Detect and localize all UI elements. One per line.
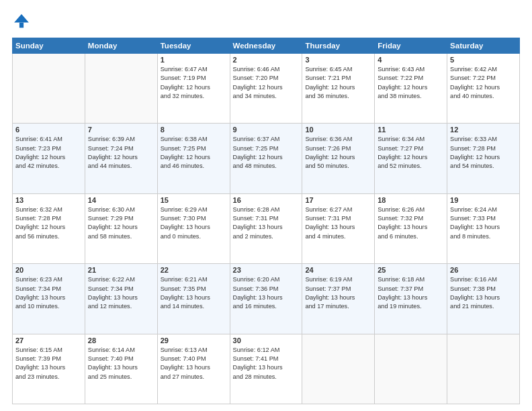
day-info: Sunrise: 6:46 AM Sunset: 7:20 PM Dayligh… (233, 65, 300, 101)
day-number: 27 (15, 336, 82, 345)
day-number: 20 (15, 266, 82, 274)
day-info: Sunrise: 6:42 AM Sunset: 7:22 PM Dayligh… (450, 65, 517, 101)
day-info: Sunrise: 6:38 AM Sunset: 7:25 PM Dayligh… (161, 135, 227, 171)
calendar-cell: 1Sunrise: 6:47 AM Sunset: 7:19 PM Daylig… (157, 54, 230, 124)
day-info: Sunrise: 6:15 AM Sunset: 7:39 PM Dayligh… (15, 346, 82, 381)
day-info: Sunrise: 6:21 AM Sunset: 7:35 PM Dayligh… (161, 275, 227, 311)
day-info: Sunrise: 6:23 AM Sunset: 7:34 PM Dayligh… (15, 275, 82, 311)
logo-icon (12, 12, 31, 31)
calendar-table: SundayMondayTuesdayWednesdayThursdayFrid… (12, 38, 520, 404)
page: SundayMondayTuesdayWednesdayThursdayFrid… (0, 0, 532, 411)
calendar-cell: 6Sunrise: 6:41 AM Sunset: 7:23 PM Daylig… (13, 124, 85, 193)
calendar-cell: 22Sunrise: 6:21 AM Sunset: 7:35 PM Dayli… (157, 264, 230, 334)
day-info: Sunrise: 6:26 AM Sunset: 7:32 PM Dayligh… (378, 205, 444, 241)
day-info: Sunrise: 6:20 AM Sunset: 7:36 PM Dayligh… (233, 275, 300, 311)
day-info: Sunrise: 6:33 AM Sunset: 7:28 PM Dayligh… (450, 135, 517, 171)
day-number: 13 (15, 196, 82, 204)
logo (12, 12, 34, 31)
calendar-cell: 28Sunrise: 6:14 AM Sunset: 7:40 PM Dayli… (85, 334, 157, 404)
day-number: 23 (233, 266, 300, 274)
calendar-cell: 21Sunrise: 6:22 AM Sunset: 7:34 PM Dayli… (85, 264, 157, 334)
weekday-tuesday: Tuesday (157, 38, 230, 54)
day-info: Sunrise: 6:27 AM Sunset: 7:31 PM Dayligh… (305, 205, 371, 241)
day-number: 10 (305, 126, 371, 134)
calendar-cell: 20Sunrise: 6:23 AM Sunset: 7:34 PM Dayli… (13, 264, 85, 334)
day-number: 25 (378, 266, 444, 274)
weekday-friday: Friday (375, 38, 447, 54)
day-number: 24 (305, 266, 371, 274)
calendar-cell: 18Sunrise: 6:26 AM Sunset: 7:32 PM Dayli… (375, 193, 447, 263)
day-number: 17 (305, 196, 371, 204)
calendar-cell: 4Sunrise: 6:43 AM Sunset: 7:22 PM Daylig… (375, 54, 447, 124)
day-number: 28 (88, 336, 154, 345)
day-info: Sunrise: 6:45 AM Sunset: 7:21 PM Dayligh… (305, 65, 371, 101)
day-number: 30 (233, 336, 300, 345)
day-info: Sunrise: 6:12 AM Sunset: 7:41 PM Dayligh… (233, 346, 300, 381)
day-info: Sunrise: 6:47 AM Sunset: 7:19 PM Dayligh… (161, 65, 227, 101)
calendar-cell: 26Sunrise: 6:16 AM Sunset: 7:38 PM Dayli… (447, 264, 520, 334)
day-info: Sunrise: 6:13 AM Sunset: 7:40 PM Dayligh… (161, 346, 227, 381)
calendar-cell (375, 334, 447, 404)
calendar-cell: 3Sunrise: 6:45 AM Sunset: 7:21 PM Daylig… (302, 54, 375, 124)
day-info: Sunrise: 6:18 AM Sunset: 7:37 PM Dayligh… (378, 275, 444, 311)
weekday-header-row: SundayMondayTuesdayWednesdayThursdayFrid… (13, 38, 520, 54)
day-info: Sunrise: 6:22 AM Sunset: 7:34 PM Dayligh… (88, 275, 154, 311)
calendar-week-3: 20Sunrise: 6:23 AM Sunset: 7:34 PM Dayli… (13, 264, 520, 334)
day-number: 5 (450, 56, 517, 64)
day-number: 3 (305, 56, 371, 64)
calendar-cell: 23Sunrise: 6:20 AM Sunset: 7:36 PM Dayli… (230, 264, 302, 334)
day-number: 4 (378, 56, 444, 64)
day-number: 12 (450, 126, 517, 134)
calendar-cell: 10Sunrise: 6:36 AM Sunset: 7:26 PM Dayli… (302, 124, 375, 193)
calendar-week-4: 27Sunrise: 6:15 AM Sunset: 7:39 PM Dayli… (13, 334, 520, 404)
calendar-cell: 16Sunrise: 6:28 AM Sunset: 7:31 PM Dayli… (230, 193, 302, 263)
calendar-cell: 2Sunrise: 6:46 AM Sunset: 7:20 PM Daylig… (230, 54, 302, 124)
weekday-wednesday: Wednesday (230, 38, 302, 54)
day-info: Sunrise: 6:28 AM Sunset: 7:31 PM Dayligh… (233, 205, 300, 241)
calendar-week-1: 6Sunrise: 6:41 AM Sunset: 7:23 PM Daylig… (13, 124, 520, 193)
day-number: 7 (88, 126, 154, 134)
day-number: 15 (161, 196, 227, 204)
calendar-cell (447, 334, 520, 404)
calendar-cell: 30Sunrise: 6:12 AM Sunset: 7:41 PM Dayli… (230, 334, 302, 404)
calendar-cell (85, 54, 157, 124)
day-number: 22 (161, 266, 227, 274)
day-info: Sunrise: 6:29 AM Sunset: 7:30 PM Dayligh… (161, 205, 227, 241)
day-info: Sunrise: 6:30 AM Sunset: 7:29 PM Dayligh… (88, 205, 154, 241)
day-info: Sunrise: 6:14 AM Sunset: 7:40 PM Dayligh… (88, 346, 154, 381)
day-number: 1 (161, 56, 227, 64)
day-info: Sunrise: 6:24 AM Sunset: 7:33 PM Dayligh… (450, 205, 517, 241)
day-info: Sunrise: 6:39 AM Sunset: 7:24 PM Dayligh… (88, 135, 154, 171)
calendar-cell (13, 54, 85, 124)
day-number: 14 (88, 196, 154, 204)
day-number: 29 (161, 336, 227, 345)
day-number: 2 (233, 56, 300, 64)
calendar-cell: 8Sunrise: 6:38 AM Sunset: 7:25 PM Daylig… (157, 124, 230, 193)
day-number: 18 (378, 196, 444, 204)
calendar-cell: 27Sunrise: 6:15 AM Sunset: 7:39 PM Dayli… (13, 334, 85, 404)
day-info: Sunrise: 6:19 AM Sunset: 7:37 PM Dayligh… (305, 275, 371, 311)
calendar-header: SundayMondayTuesdayWednesdayThursdayFrid… (13, 38, 520, 54)
calendar-cell: 12Sunrise: 6:33 AM Sunset: 7:28 PM Dayli… (447, 124, 520, 193)
calendar-body: 1Sunrise: 6:47 AM Sunset: 7:19 PM Daylig… (13, 54, 520, 404)
day-info: Sunrise: 6:34 AM Sunset: 7:27 PM Dayligh… (378, 135, 444, 171)
svg-marker-0 (14, 14, 29, 22)
calendar-cell (302, 334, 375, 404)
calendar-cell: 11Sunrise: 6:34 AM Sunset: 7:27 PM Dayli… (375, 124, 447, 193)
header (12, 12, 520, 31)
day-info: Sunrise: 6:37 AM Sunset: 7:25 PM Dayligh… (233, 135, 300, 171)
weekday-monday: Monday (85, 38, 157, 54)
weekday-saturday: Saturday (447, 38, 520, 54)
calendar-cell: 7Sunrise: 6:39 AM Sunset: 7:24 PM Daylig… (85, 124, 157, 193)
calendar-cell: 29Sunrise: 6:13 AM Sunset: 7:40 PM Dayli… (157, 334, 230, 404)
calendar-cell: 14Sunrise: 6:30 AM Sunset: 7:29 PM Dayli… (85, 193, 157, 263)
day-info: Sunrise: 6:43 AM Sunset: 7:22 PM Dayligh… (378, 65, 444, 101)
day-number: 8 (161, 126, 227, 134)
calendar-cell: 19Sunrise: 6:24 AM Sunset: 7:33 PM Dayli… (447, 193, 520, 263)
calendar-cell: 24Sunrise: 6:19 AM Sunset: 7:37 PM Dayli… (302, 264, 375, 334)
day-number: 19 (450, 196, 517, 204)
calendar-cell: 17Sunrise: 6:27 AM Sunset: 7:31 PM Dayli… (302, 193, 375, 263)
calendar-cell: 25Sunrise: 6:18 AM Sunset: 7:37 PM Dayli… (375, 264, 447, 334)
day-info: Sunrise: 6:41 AM Sunset: 7:23 PM Dayligh… (15, 135, 82, 171)
calendar-cell: 13Sunrise: 6:32 AM Sunset: 7:28 PM Dayli… (13, 193, 85, 263)
